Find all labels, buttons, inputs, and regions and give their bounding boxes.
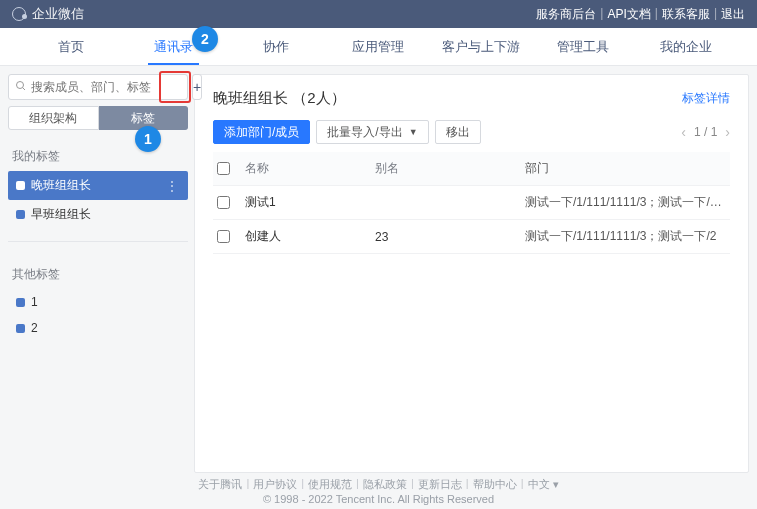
link-service[interactable]: 服务商后台 xyxy=(536,6,596,23)
svg-point-0 xyxy=(17,81,24,88)
seg-org[interactable]: 组织架构 xyxy=(8,106,99,130)
toolbar: 添加部门/成员 批量导入/导出▼ 移出 ‹ 1 / 1 › xyxy=(213,120,730,144)
search-box[interactable] xyxy=(8,74,188,100)
col-dept: 部门 xyxy=(525,160,726,177)
select-all-checkbox[interactable] xyxy=(217,162,230,175)
tag-label: 1 xyxy=(31,295,38,309)
tag-item-night[interactable]: 晚班组组长 ⋮ xyxy=(8,171,188,200)
annotation-badge-2: 2 xyxy=(192,26,218,52)
nav-company[interactable]: 我的企业 xyxy=(635,28,737,65)
detail-link[interactable]: 标签详情 xyxy=(682,90,730,107)
link-support[interactable]: 联系客服 xyxy=(662,6,710,23)
segment-tabs: 组织架构 标签 xyxy=(8,106,188,130)
footer-link[interactable]: 关于腾讯 xyxy=(198,477,242,492)
nav-collab[interactable]: 协作 xyxy=(225,28,327,65)
copyright: © 1998 - 2022 Tencent Inc. All Rights Re… xyxy=(263,493,494,505)
add-member-button[interactable]: 添加部门/成员 xyxy=(213,120,310,144)
main-area: + 组织架构 标签 我的标签 晚班组组长 ⋮ 早班组组长 其他标签 xyxy=(0,66,757,473)
content-title: 晚班组组长 （2人） xyxy=(213,89,346,108)
nav-customer[interactable]: 客户与上下游 xyxy=(430,28,532,65)
brand: 企业微信 xyxy=(12,5,84,23)
cell-name: 创建人 xyxy=(245,228,375,245)
my-tags-section: 我的标签 晚班组组长 ⋮ 早班组组长 xyxy=(8,142,188,229)
table-row[interactable]: 测试1 测试一下/1/111/1111/3；测试一下/2；测试一下/1；测... xyxy=(213,186,730,220)
brand-icon xyxy=(12,7,26,21)
annotation-badge-1: 1 xyxy=(135,126,161,152)
footer-link[interactable]: 帮助中心 xyxy=(473,477,517,492)
batch-button[interactable]: 批量导入/导出▼ xyxy=(316,120,428,144)
footer-link[interactable]: 更新日志 xyxy=(418,477,462,492)
row-checkbox[interactable] xyxy=(217,230,230,243)
content-header: 晚班组组长 （2人） 标签详情 xyxy=(213,89,730,108)
cell-dept: 测试一下/1/111/1111/3；测试一下/2；测试一下/1；测... xyxy=(525,194,726,211)
search-row: + xyxy=(8,74,188,100)
table-row[interactable]: 创建人 23 测试一下/1/111/1111/3；测试一下/2 xyxy=(213,220,730,254)
cell-name: 测试1 xyxy=(245,194,375,211)
export-button[interactable]: 移出 xyxy=(435,120,481,144)
search-input[interactable] xyxy=(31,80,181,94)
tag-label: 早班组组长 xyxy=(31,206,91,223)
search-icon xyxy=(15,80,27,95)
content-panel: 晚班组组长 （2人） 标签详情 添加部门/成员 批量导入/导出▼ 移出 ‹ 1 … xyxy=(194,74,749,473)
row-checkbox[interactable] xyxy=(217,196,230,209)
cell-alias: 23 xyxy=(375,230,525,244)
brand-name: 企业微信 xyxy=(32,5,84,23)
tag-item-other1[interactable]: 1 xyxy=(8,289,188,315)
plus-icon: + xyxy=(193,79,201,95)
page-indicator: 1 / 1 xyxy=(694,125,717,139)
top-bar: 企业微信 服务商后台| API文档| 联系客服| 退出 xyxy=(0,0,757,28)
pager: ‹ 1 / 1 › xyxy=(681,124,730,140)
footer: 关于腾讯| 用户协议| 使用规范| 隐私政策| 更新日志| 帮助中心| 中文 ▾… xyxy=(0,473,757,509)
footer-link[interactable]: 隐私政策 xyxy=(363,477,407,492)
col-name: 名称 xyxy=(245,160,375,177)
divider xyxy=(8,241,188,242)
tag-label: 晚班组组长 xyxy=(31,177,91,194)
nav-home[interactable]: 首页 xyxy=(20,28,122,65)
footer-link[interactable]: 用户协议 xyxy=(253,477,297,492)
tag-icon xyxy=(16,324,25,333)
more-icon[interactable]: ⋮ xyxy=(165,178,180,194)
page-prev[interactable]: ‹ xyxy=(681,124,686,140)
tag-item-other2[interactable]: 2 xyxy=(8,315,188,341)
other-tags-title: 其他标签 xyxy=(8,260,188,289)
tag-icon xyxy=(16,181,25,190)
sidebar: + 组织架构 标签 我的标签 晚班组组长 ⋮ 早班组组长 其他标签 xyxy=(8,74,188,473)
link-logout[interactable]: 退出 xyxy=(721,6,745,23)
top-links: 服务商后台| API文档| 联系客服| 退出 xyxy=(536,6,745,23)
footer-lang[interactable]: 中文 ▾ xyxy=(528,477,559,492)
link-api[interactable]: API文档 xyxy=(607,6,650,23)
my-tags-title: 我的标签 xyxy=(8,142,188,171)
col-alias: 别名 xyxy=(375,160,525,177)
svg-line-1 xyxy=(23,87,26,90)
other-tags-section: 其他标签 1 2 xyxy=(8,260,188,341)
page-next[interactable]: › xyxy=(725,124,730,140)
tag-label: 2 xyxy=(31,321,38,335)
cell-dept: 测试一下/1/111/1111/3；测试一下/2 xyxy=(525,228,726,245)
tag-item-morning[interactable]: 早班组组长 xyxy=(8,200,188,229)
add-button[interactable]: + xyxy=(192,74,202,100)
chevron-down-icon: ▼ xyxy=(409,127,418,137)
tag-icon xyxy=(16,210,25,219)
nav-apps[interactable]: 应用管理 xyxy=(327,28,429,65)
footer-link[interactable]: 使用规范 xyxy=(308,477,352,492)
tag-icon xyxy=(16,298,25,307)
nav-bar: 首页 通讯录 协作 应用管理 客户与上下游 管理工具 我的企业 xyxy=(0,28,757,66)
nav-tools[interactable]: 管理工具 xyxy=(532,28,634,65)
table-header: 名称 别名 部门 xyxy=(213,152,730,186)
